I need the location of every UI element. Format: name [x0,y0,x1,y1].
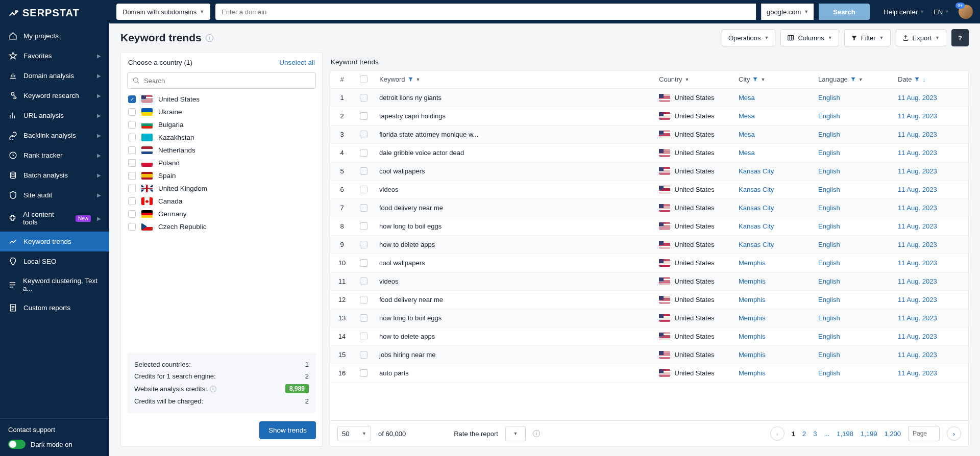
row-language[interactable]: English [812,181,892,198]
col-num[interactable]: # [330,70,354,88]
export-button[interactable]: Export▼ [896,29,947,46]
row-date[interactable]: 11 Aug. 2023 [892,181,968,198]
page-link[interactable]: 3 [813,430,817,438]
row-language[interactable]: English [812,144,892,162]
row-language[interactable]: English [812,254,892,272]
domain-search-input[interactable] [215,4,756,20]
checkbox[interactable] [128,146,136,154]
row-checkbox[interactable] [354,181,373,198]
per-page-select[interactable]: 50▼ [337,426,371,441]
row-date[interactable]: 11 Aug. 2023 [892,107,968,125]
row-keyword[interactable]: how to delete apps [373,327,653,345]
row-language[interactable]: English [812,89,892,107]
row-city[interactable]: Kansas City [732,217,812,235]
row-checkbox[interactable] [354,125,373,143]
row-language[interactable]: English [812,162,892,180]
country-search-input[interactable] [127,72,316,89]
row-city[interactable]: Memphis [732,364,812,382]
checkbox[interactable] [128,121,136,129]
row-keyword[interactable]: detroit lions ny giants [373,89,653,107]
row-city[interactable]: Mesa [732,125,812,143]
row-city[interactable]: Kansas City [732,199,812,217]
row-city[interactable]: Memphis [732,346,812,364]
nav-item-ai[interactable]: AI content toolsNew▶ [0,205,109,232]
row-keyword[interactable]: tapestry capri holdings [373,107,653,125]
row-date[interactable]: 11 Aug. 2023 [892,162,968,180]
row-city[interactable]: Memphis [732,327,812,345]
logo[interactable]: SERPSTAT [0,0,109,26]
row-keyword[interactable]: cool wallpapers [373,254,653,272]
page-link[interactable]: 2 [802,430,806,438]
operations-button[interactable]: Operations▼ [722,29,776,46]
filter-button[interactable]: Filter▼ [844,29,891,46]
checkbox[interactable] [128,210,136,218]
row-language[interactable]: English [812,217,892,235]
info-icon[interactable]: i [533,430,540,437]
nav-item-geo[interactable]: Local SEO [0,251,109,271]
row-checkbox[interactable] [354,89,373,107]
help-button[interactable]: ? [951,29,969,46]
row-language[interactable]: English [812,272,892,290]
row-checkbox[interactable] [354,144,373,162]
row-checkbox[interactable] [354,309,373,327]
checkbox[interactable]: ✓ [128,95,136,103]
country-item[interactable]: Poland [127,157,316,169]
row-city[interactable]: Memphis [732,254,812,272]
row-city[interactable]: Mesa [732,144,812,162]
col-country[interactable]: Country▼ [653,70,732,88]
page-link[interactable]: 1 [792,430,795,438]
row-language[interactable]: English [812,309,892,327]
row-checkbox[interactable] [354,107,373,125]
country-item[interactable]: United Kingdom [127,182,316,195]
page-link[interactable]: 1,200 [884,430,901,438]
row-date[interactable]: 11 Aug. 2023 [892,144,968,162]
row-checkbox[interactable] [354,346,373,364]
row-checkbox[interactable] [354,291,373,309]
row-checkbox[interactable] [354,364,373,382]
country-item[interactable]: Ukraine [127,106,316,118]
page-link[interactable]: ... [824,430,830,438]
nav-item-bars[interactable]: URL analysis▶ [0,106,109,125]
lang-select[interactable]: EN▼ [934,8,949,16]
dark-mode-toggle[interactable] [8,440,26,449]
checkbox[interactable] [128,223,136,231]
row-city[interactable]: Memphis [732,272,812,290]
row-keyword[interactable]: auto parts [373,364,653,382]
checkbox[interactable] [128,185,136,192]
nav-item-audit[interactable]: Site audit▶ [0,185,109,205]
row-keyword[interactable]: how to delete apps [373,236,653,254]
row-language[interactable]: English [812,364,892,382]
col-select-all[interactable] [354,70,373,88]
nav-item-home[interactable]: My projects [0,26,109,46]
country-item[interactable]: Netherlands [127,144,316,157]
rate-select[interactable]: ▼ [505,426,526,441]
checkbox[interactable] [128,197,136,205]
row-date[interactable]: 11 Aug. 2023 [892,309,968,327]
row-language[interactable]: English [812,291,892,309]
checkbox[interactable] [128,172,136,180]
row-keyword[interactable]: how long to boil eggs [373,309,653,327]
col-city[interactable]: City ▼ [732,70,812,88]
row-date[interactable]: 11 Aug. 2023 [892,89,968,107]
checkbox[interactable] [128,108,136,116]
nav-item-db[interactable]: Batch analysis▶ [0,165,109,185]
page-input[interactable] [908,426,940,441]
info-icon[interactable]: i [206,34,213,42]
row-keyword[interactable]: food delivery near me [373,199,653,217]
country-item[interactable]: Spain [127,169,316,182]
checkbox[interactable] [128,134,136,141]
row-city[interactable]: Mesa [732,107,812,125]
row-date[interactable]: 11 Aug. 2023 [892,217,968,235]
row-language[interactable]: English [812,327,892,345]
row-checkbox[interactable] [354,217,373,235]
search-engine-select[interactable]: google.com▼ [761,4,814,20]
show-trends-button[interactable]: Show trends [259,421,316,439]
col-language[interactable]: Language ▼ [812,70,892,88]
contact-support[interactable]: Contact support [8,426,101,434]
country-item[interactable]: Bulgaria [127,118,316,131]
columns-button[interactable]: Columns▼ [780,29,839,46]
row-keyword[interactable]: videos [373,181,653,198]
user-avatar[interactable]: 9+ [959,5,973,19]
row-checkbox[interactable] [354,327,373,345]
row-date[interactable]: 11 Aug. 2023 [892,272,968,290]
